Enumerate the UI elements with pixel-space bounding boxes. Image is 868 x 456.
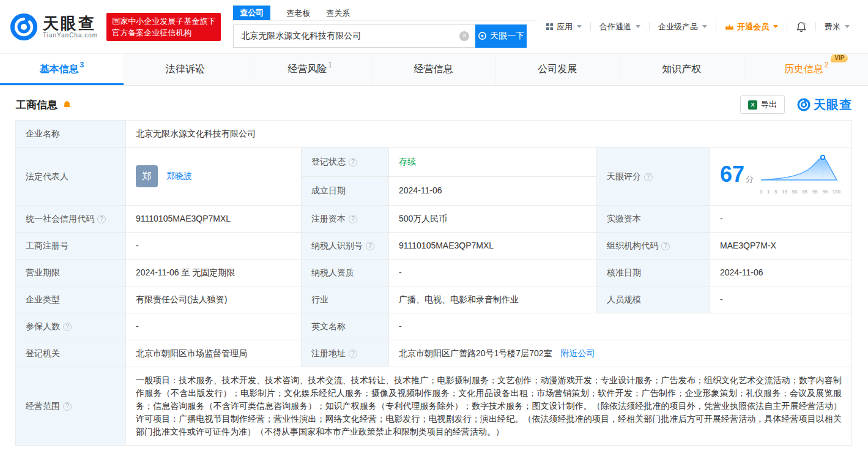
table-row: 法定代表人 郑 郑晓波 登记状态? 存续 天眼评分? 67分 xyxy=(16,148,852,177)
business-scope-value: 一般项目：技术服务、技术开发、技术咨询、技术交流、技术转让、技术推广；电影摄制服… xyxy=(126,367,852,446)
score-label-cell: 天眼评分? xyxy=(597,148,710,206)
tab-operating-info[interactable]: 经营信息 xyxy=(373,54,497,85)
company-tabbar: 基本信息3 法律诉讼 经营风险1 经营信息 公司发展 知识产权 历史信息2 VI… xyxy=(0,54,868,86)
help-icon[interactable]: ? xyxy=(349,158,357,166)
chevron-down-icon xyxy=(636,25,640,28)
monitor-bell-icon[interactable] xyxy=(62,100,72,110)
registry-value: 北京市朝阳区市场监督管理局 xyxy=(126,340,302,367)
certification-badge: 国家中小企业发展子基金旗下 官方备案企业征信机构 xyxy=(106,13,221,41)
search-input[interactable] xyxy=(233,24,475,48)
address-cell: 北京市朝阳区广善路20号1号楼7层702室 附近公司 xyxy=(389,340,852,367)
logo-subtitle: TianYanCha.com xyxy=(43,32,98,39)
export-button[interactable]: X 导出 xyxy=(740,95,785,114)
approval-date-label-cell: 核准日期 xyxy=(597,260,710,286)
company-type-label-cell: 企业类型 xyxy=(16,286,126,313)
tab-history-info[interactable]: 历史信息2 VIP xyxy=(744,54,868,85)
nav-notifications[interactable] xyxy=(787,21,815,32)
tianyan-score-cell: 67分 015 15508 xyxy=(710,148,852,206)
industry-label-cell: 行业 xyxy=(302,286,389,313)
tianyancha-watermark: 天眼查 xyxy=(797,97,852,113)
table-row: 营业期限 2024-11-06 至 无固定期限 纳税人资质 - 核准日期 202… xyxy=(16,260,852,286)
help-icon[interactable]: ? xyxy=(661,242,670,250)
nearby-companies-link[interactable]: 附近公司 xyxy=(560,348,595,358)
company-name-value: 北京无限水源文化科技有限公司 xyxy=(126,121,852,148)
badge-line1: 国家中小企业发展子基金旗下 xyxy=(112,15,215,27)
taxpayer-quality-label-cell: 纳税人资质 xyxy=(302,260,389,286)
company-name-label-cell: 企业名称 xyxy=(16,121,126,148)
tab-basic-info[interactable]: 基本信息3 xyxy=(0,54,124,85)
search-button[interactable]: 天眼一下 xyxy=(475,24,527,48)
legal-rep-label-cell: 法定代表人 xyxy=(16,148,126,206)
help-icon[interactable]: ? xyxy=(366,242,374,250)
nav-apps[interactable]: 应用 xyxy=(537,21,590,32)
business-info-table: 企业名称 北京无限水源文化科技有限公司 法定代表人 郑 郑晓波 登记状态? 存续… xyxy=(15,120,852,446)
search-tab-relation[interactable]: 查关系 xyxy=(326,7,350,20)
table-row: 工商注册号 - 纳税人识别号? 91110105MAE3QP7MXL 组织机构代… xyxy=(16,233,852,260)
table-row: 参保人数? - 英文名称 - xyxy=(16,313,852,340)
nav-enterprise[interactable]: 企业级产品 xyxy=(650,21,716,32)
chevron-down-icon xyxy=(845,25,850,28)
insured-label-cell: 参保人数? xyxy=(16,313,126,340)
english-name-label-cell: 英文名称 xyxy=(302,313,389,340)
nav-partner[interactable]: 合作通道 xyxy=(591,21,649,32)
excel-icon: X xyxy=(748,100,757,110)
chevron-down-icon xyxy=(702,25,707,28)
top-header: 天眼查 TianYanCha.com 国家中小企业发展子基金旗下 官方备案企业征… xyxy=(0,0,868,54)
term-value: 2024-11-06 至 无固定期限 xyxy=(126,260,302,286)
crown-icon xyxy=(725,23,734,31)
help-icon[interactable]: ? xyxy=(349,349,357,358)
tab-company-development[interactable]: 公司发展 xyxy=(496,54,620,85)
legal-rep-avatar[interactable]: 郑 xyxy=(136,165,158,187)
credit-code-value: 91110105MAE3QP7MXL xyxy=(126,206,302,233)
paid-capital-value: - xyxy=(710,206,852,233)
staff-size-value: - xyxy=(710,286,852,313)
tab-operating-risk[interactable]: 经营风险1 xyxy=(248,54,373,85)
search-tab-boss[interactable]: 查老板 xyxy=(286,7,310,20)
logo-icon xyxy=(10,13,38,41)
section-title: 工商信息 xyxy=(16,98,57,112)
help-icon[interactable]: ? xyxy=(63,402,72,411)
staff-size-label-cell: 人员规模 xyxy=(597,286,710,313)
nav-open-vip[interactable]: 开通会员 xyxy=(716,21,787,32)
legal-rep-link[interactable]: 郑晓波 xyxy=(166,171,192,181)
paid-capital-label-cell: 实缴资本 xyxy=(597,206,710,233)
tianyancha-logo[interactable]: 天眼查 TianYanCha.com xyxy=(10,13,98,41)
chevron-down-icon xyxy=(773,25,778,28)
score-axis: 015 155085 9599100 xyxy=(760,185,840,198)
table-row: 企业名称 北京无限水源文化科技有限公司 xyxy=(16,121,852,148)
search-tab-company[interactable]: 查公司 xyxy=(233,6,270,20)
reg-capital-value: 500万人民币 xyxy=(389,206,597,233)
score-value: 67分 xyxy=(720,168,754,185)
search-block: 查公司 查老板 查关系 × 天眼一下 xyxy=(233,6,537,48)
chevron-down-icon xyxy=(577,25,582,28)
username: 费米 xyxy=(825,21,840,32)
bell-icon xyxy=(796,21,807,32)
established-value: 2024-11-06 xyxy=(389,176,597,206)
insured-value: - xyxy=(126,313,302,340)
score-chart: 015 155085 9599100 xyxy=(760,154,842,198)
industry-value: 广播、电视、电影和录音制作业 xyxy=(389,286,597,313)
taxpayer-id-value: 91110105MAE3QP7MXL xyxy=(389,233,597,260)
tab-legal-litigation[interactable]: 法律诉讼 xyxy=(124,54,248,85)
top-nav: 应用 合作通道 企业级产品 开通会员 费米 xyxy=(537,21,858,32)
help-icon[interactable]: ? xyxy=(349,215,357,223)
established-label-cell: 成立日期 xyxy=(302,176,389,206)
table-row: 企业类型 有限责任公司(法人独资) 行业 广播、电视、电影和录音制作业 人员规模… xyxy=(16,286,852,313)
grid-icon xyxy=(546,23,554,31)
tab-intellectual-property[interactable]: 知识产权 xyxy=(620,54,744,85)
help-icon[interactable]: ? xyxy=(97,215,106,223)
reg-number-value: - xyxy=(126,233,302,260)
help-icon[interactable]: ? xyxy=(63,323,72,331)
watermark-logo-icon xyxy=(797,98,811,111)
clear-search-icon[interactable]: × xyxy=(459,31,469,41)
registry-label-cell: 登记机关 xyxy=(16,340,126,367)
company-type-value: 有限责任公司(法人独资) xyxy=(126,286,302,313)
vip-badge: VIP xyxy=(831,54,848,62)
legal-rep-cell: 郑 郑晓波 xyxy=(126,148,302,206)
badge-line2: 官方备案企业征信机构 xyxy=(112,27,215,39)
nav-user-menu[interactable]: 费米 xyxy=(816,21,858,32)
reg-number-label-cell: 工商注册号 xyxy=(16,233,126,260)
help-icon[interactable]: ? xyxy=(644,173,653,181)
search-tabs: 查公司 查老板 查关系 xyxy=(233,6,537,21)
english-name-value: - xyxy=(389,313,852,340)
